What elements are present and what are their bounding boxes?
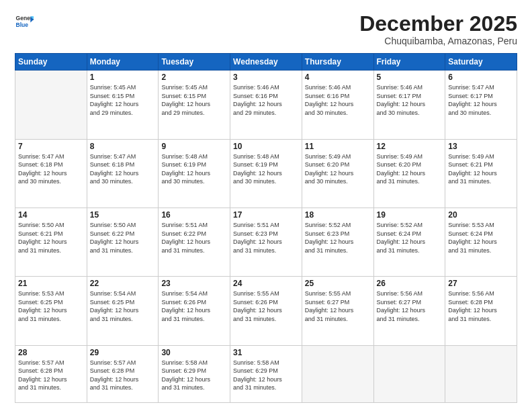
- calendar-cell: 19Sunrise: 5:52 AM Sunset: 6:24 PM Dayli…: [373, 208, 445, 276]
- day-number: 25: [305, 279, 371, 288]
- day-info: Sunrise: 5:48 AM Sunset: 6:19 PM Dayligh…: [161, 152, 227, 186]
- day-info: Sunrise: 5:51 AM Sunset: 6:23 PM Dayligh…: [233, 221, 299, 255]
- day-number: 26: [377, 279, 443, 288]
- calendar-cell: 29Sunrise: 5:57 AM Sunset: 6:28 PM Dayli…: [87, 345, 159, 402]
- calendar-cell: 18Sunrise: 5:52 AM Sunset: 6:23 PM Dayli…: [302, 208, 373, 276]
- day-number: 6: [448, 73, 514, 82]
- col-header-wednesday: Wednesday: [230, 54, 302, 71]
- day-info: Sunrise: 5:47 AM Sunset: 6:17 PM Dayligh…: [448, 83, 514, 117]
- calendar-cell: 23Sunrise: 5:54 AM Sunset: 6:26 PM Dayli…: [159, 277, 230, 345]
- svg-text:Blue: Blue: [16, 21, 29, 28]
- day-number: 27: [448, 279, 514, 288]
- month-title: December 2025: [359, 12, 517, 36]
- day-info: Sunrise: 5:53 AM Sunset: 6:25 PM Dayligh…: [18, 289, 84, 323]
- calendar-cell: [302, 345, 373, 402]
- calendar-cell: 24Sunrise: 5:55 AM Sunset: 6:26 PM Dayli…: [230, 277, 302, 345]
- calendar-cell: 17Sunrise: 5:51 AM Sunset: 6:23 PM Dayli…: [230, 208, 302, 276]
- calendar-cell: [445, 345, 517, 402]
- calendar-header-row: SundayMondayTuesdayWednesdayThursdayFrid…: [15, 54, 517, 71]
- day-number: 29: [90, 348, 156, 357]
- day-number: 13: [448, 142, 514, 151]
- calendar-week-5: 28Sunrise: 5:57 AM Sunset: 6:28 PM Dayli…: [15, 345, 517, 402]
- logo-icon: General Blue: [15, 12, 34, 31]
- day-number: 4: [305, 73, 371, 82]
- col-header-saturday: Saturday: [445, 54, 517, 71]
- day-info: Sunrise: 5:53 AM Sunset: 6:24 PM Dayligh…: [448, 221, 514, 255]
- day-info: Sunrise: 5:46 AM Sunset: 6:16 PM Dayligh…: [305, 83, 371, 117]
- calendar-cell: 21Sunrise: 5:53 AM Sunset: 6:25 PM Dayli…: [15, 277, 87, 345]
- day-number: 5: [377, 73, 443, 82]
- day-info: Sunrise: 5:57 AM Sunset: 6:28 PM Dayligh…: [90, 359, 156, 392]
- day-info: Sunrise: 5:48 AM Sunset: 6:19 PM Dayligh…: [233, 152, 299, 186]
- calendar-week-1: 1Sunrise: 5:45 AM Sunset: 6:15 PM Daylig…: [15, 71, 517, 139]
- day-number: 31: [233, 348, 299, 357]
- day-number: 17: [233, 210, 299, 220]
- day-info: Sunrise: 5:55 AM Sunset: 6:26 PM Dayligh…: [233, 289, 299, 323]
- calendar-cell: 28Sunrise: 5:57 AM Sunset: 6:28 PM Dayli…: [15, 345, 87, 402]
- day-info: Sunrise: 5:58 AM Sunset: 6:29 PM Dayligh…: [233, 359, 299, 392]
- day-number: 3: [233, 73, 299, 82]
- calendar-cell: 20Sunrise: 5:53 AM Sunset: 6:24 PM Dayli…: [445, 208, 517, 276]
- day-number: 22: [90, 279, 156, 288]
- calendar-table: SundayMondayTuesdayWednesdayThursdayFrid…: [15, 53, 517, 403]
- calendar-cell: 11Sunrise: 5:49 AM Sunset: 6:20 PM Dayli…: [302, 139, 373, 208]
- col-header-thursday: Thursday: [302, 54, 373, 71]
- day-number: 14: [18, 210, 84, 220]
- day-info: Sunrise: 5:47 AM Sunset: 6:18 PM Dayligh…: [90, 152, 156, 186]
- calendar-cell: 22Sunrise: 5:54 AM Sunset: 6:25 PM Dayli…: [87, 277, 159, 345]
- day-info: Sunrise: 5:47 AM Sunset: 6:18 PM Dayligh…: [18, 152, 84, 186]
- calendar-cell: 25Sunrise: 5:55 AM Sunset: 6:27 PM Dayli…: [302, 277, 373, 345]
- day-info: Sunrise: 5:55 AM Sunset: 6:27 PM Dayligh…: [305, 289, 371, 323]
- day-info: Sunrise: 5:49 AM Sunset: 6:20 PM Dayligh…: [305, 152, 371, 186]
- day-info: Sunrise: 5:52 AM Sunset: 6:24 PM Dayligh…: [377, 221, 443, 255]
- calendar-cell: 8Sunrise: 5:47 AM Sunset: 6:18 PM Daylig…: [87, 139, 159, 208]
- day-info: Sunrise: 5:46 AM Sunset: 6:16 PM Dayligh…: [233, 83, 299, 117]
- day-number: 9: [161, 142, 227, 151]
- col-header-monday: Monday: [87, 54, 159, 71]
- calendar-cell: 5Sunrise: 5:46 AM Sunset: 6:17 PM Daylig…: [373, 71, 445, 139]
- day-info: Sunrise: 5:51 AM Sunset: 6:22 PM Dayligh…: [161, 221, 227, 255]
- calendar-cell: [15, 71, 87, 139]
- calendar-cell: 4Sunrise: 5:46 AM Sunset: 6:16 PM Daylig…: [302, 71, 373, 139]
- day-info: Sunrise: 5:45 AM Sunset: 6:15 PM Dayligh…: [90, 83, 156, 117]
- day-info: Sunrise: 5:52 AM Sunset: 6:23 PM Dayligh…: [305, 221, 371, 255]
- title-block: December 2025 Chuquibamba, Amazonas, Per…: [359, 12, 517, 46]
- day-info: Sunrise: 5:54 AM Sunset: 6:26 PM Dayligh…: [161, 289, 227, 323]
- logo: General Blue: [15, 12, 34, 31]
- day-info: Sunrise: 5:56 AM Sunset: 6:28 PM Dayligh…: [448, 289, 514, 323]
- calendar-cell: 15Sunrise: 5:50 AM Sunset: 6:22 PM Dayli…: [87, 208, 159, 276]
- day-info: Sunrise: 5:46 AM Sunset: 6:17 PM Dayligh…: [377, 83, 443, 117]
- calendar-cell: 16Sunrise: 5:51 AM Sunset: 6:22 PM Dayli…: [159, 208, 230, 276]
- page: General Blue December 2025 Chuquibamba, …: [0, 0, 532, 411]
- day-info: Sunrise: 5:50 AM Sunset: 6:21 PM Dayligh…: [18, 221, 84, 255]
- calendar-cell: 14Sunrise: 5:50 AM Sunset: 6:21 PM Dayli…: [15, 208, 87, 276]
- day-number: 21: [18, 279, 84, 288]
- col-header-friday: Friday: [373, 54, 445, 71]
- calendar-cell: 13Sunrise: 5:49 AM Sunset: 6:21 PM Dayli…: [445, 139, 517, 208]
- day-info: Sunrise: 5:49 AM Sunset: 6:21 PM Dayligh…: [448, 152, 514, 186]
- col-header-sunday: Sunday: [15, 54, 87, 71]
- calendar-cell: 1Sunrise: 5:45 AM Sunset: 6:15 PM Daylig…: [87, 71, 159, 139]
- day-number: 16: [161, 210, 227, 220]
- calendar-cell: [373, 345, 445, 402]
- calendar-cell: 10Sunrise: 5:48 AM Sunset: 6:19 PM Dayli…: [230, 139, 302, 208]
- day-number: 10: [233, 142, 299, 151]
- day-number: 30: [161, 348, 227, 357]
- calendar-cell: 26Sunrise: 5:56 AM Sunset: 6:27 PM Dayli…: [373, 277, 445, 345]
- day-info: Sunrise: 5:50 AM Sunset: 6:22 PM Dayligh…: [90, 221, 156, 255]
- day-number: 1: [90, 73, 156, 82]
- day-info: Sunrise: 5:49 AM Sunset: 6:20 PM Dayligh…: [377, 152, 443, 186]
- day-number: 2: [161, 73, 227, 82]
- calendar-cell: 30Sunrise: 5:58 AM Sunset: 6:29 PM Dayli…: [159, 345, 230, 402]
- day-info: Sunrise: 5:56 AM Sunset: 6:27 PM Dayligh…: [377, 289, 443, 323]
- calendar-cell: 7Sunrise: 5:47 AM Sunset: 6:18 PM Daylig…: [15, 139, 87, 208]
- day-number: 7: [18, 142, 84, 151]
- day-number: 23: [161, 279, 227, 288]
- day-number: 28: [18, 348, 84, 357]
- day-number: 12: [377, 142, 443, 151]
- day-number: 18: [305, 210, 371, 220]
- calendar-week-4: 21Sunrise: 5:53 AM Sunset: 6:25 PM Dayli…: [15, 277, 517, 345]
- day-number: 19: [377, 210, 443, 220]
- calendar-week-2: 7Sunrise: 5:47 AM Sunset: 6:18 PM Daylig…: [15, 139, 517, 208]
- calendar-cell: 31Sunrise: 5:58 AM Sunset: 6:29 PM Dayli…: [230, 345, 302, 402]
